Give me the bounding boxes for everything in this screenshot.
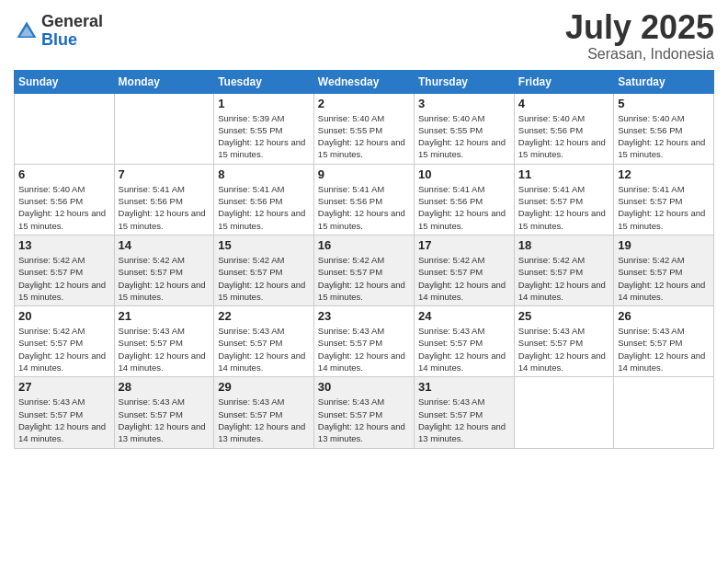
calendar-cell: 6Sunrise: 5:40 AMSunset: 5:56 PMDaylight…: [15, 164, 115, 235]
calendar-cell: 9Sunrise: 5:41 AMSunset: 5:56 PMDaylight…: [313, 164, 414, 235]
calendar-cell: [15, 93, 115, 164]
calendar-cell: 25Sunrise: 5:43 AMSunset: 5:57 PMDayligh…: [514, 306, 613, 377]
calendar-cell: 30Sunrise: 5:43 AMSunset: 5:57 PMDayligh…: [313, 377, 414, 448]
day-number: 13: [18, 238, 110, 252]
day-number: 15: [218, 238, 310, 252]
calendar-cell: 29Sunrise: 5:43 AMSunset: 5:57 PMDayligh…: [214, 377, 314, 448]
calendar-cell: 12Sunrise: 5:41 AMSunset: 5:57 PMDayligh…: [614, 164, 714, 235]
day-info: Sunrise: 5:43 AMSunset: 5:57 PMDaylight:…: [318, 325, 410, 373]
calendar-table: SundayMondayTuesdayWednesdayThursdayFrid…: [14, 70, 714, 449]
day-info: Sunrise: 5:43 AMSunset: 5:57 PMDaylight:…: [418, 396, 510, 444]
calendar-cell: 26Sunrise: 5:43 AMSunset: 5:57 PMDayligh…: [614, 306, 714, 377]
calendar-cell: 28Sunrise: 5:43 AMSunset: 5:57 PMDayligh…: [114, 377, 214, 448]
day-info: Sunrise: 5:41 AMSunset: 5:57 PMDaylight:…: [618, 183, 710, 232]
day-number: 4: [518, 97, 609, 110]
calendar-week-5: 27Sunrise: 5:43 AMSunset: 5:57 PMDayligh…: [15, 377, 714, 448]
title-block: July 2025 Serasan, Indonesia: [565, 9, 714, 63]
day-info: Sunrise: 5:41 AMSunset: 5:56 PMDaylight:…: [418, 183, 510, 232]
day-info: Sunrise: 5:39 AMSunset: 5:55 PMDaylight:…: [218, 112, 310, 161]
calendar-cell: 17Sunrise: 5:42 AMSunset: 5:57 PMDayligh…: [414, 235, 514, 305]
day-number: 9: [318, 167, 410, 181]
day-info: Sunrise: 5:40 AMSunset: 5:56 PMDaylight:…: [518, 112, 609, 161]
calendar-cell: [514, 377, 613, 448]
day-info: Sunrise: 5:42 AMSunset: 5:57 PMDaylight:…: [618, 254, 710, 303]
calendar-cell: 10Sunrise: 5:41 AMSunset: 5:56 PMDayligh…: [414, 164, 514, 235]
day-number: 31: [418, 380, 510, 394]
title-month: July 2025: [565, 9, 714, 46]
calendar-cell: 18Sunrise: 5:42 AMSunset: 5:57 PMDayligh…: [514, 235, 613, 305]
calendar-header-wednesday: Wednesday: [313, 70, 414, 93]
day-number: 16: [318, 238, 410, 252]
logo-general: General: [41, 13, 103, 31]
day-number: 14: [119, 238, 210, 252]
day-number: 25: [518, 309, 609, 323]
logo-icon: [14, 18, 40, 44]
calendar-cell: 3Sunrise: 5:40 AMSunset: 5:55 PMDaylight…: [414, 93, 514, 164]
day-number: 27: [18, 380, 110, 394]
day-number: 29: [218, 380, 310, 394]
calendar-cell: 15Sunrise: 5:42 AMSunset: 5:57 PMDayligh…: [214, 235, 314, 305]
day-number: 10: [418, 167, 510, 181]
calendar-cell: 20Sunrise: 5:42 AMSunset: 5:57 PMDayligh…: [15, 306, 115, 377]
calendar-cell: 31Sunrise: 5:43 AMSunset: 5:57 PMDayligh…: [414, 377, 514, 448]
day-info: Sunrise: 5:42 AMSunset: 5:57 PMDaylight:…: [18, 254, 110, 303]
day-number: 24: [418, 309, 510, 323]
header: General Blue July 2025 Serasan, Indonesi…: [14, 9, 714, 63]
day-number: 26: [618, 309, 710, 323]
calendar-header-thursday: Thursday: [414, 70, 514, 93]
logo: General Blue: [14, 13, 103, 50]
day-number: 17: [418, 238, 510, 252]
calendar-cell: 27Sunrise: 5:43 AMSunset: 5:57 PMDayligh…: [15, 377, 115, 448]
day-info: Sunrise: 5:43 AMSunset: 5:57 PMDaylight:…: [119, 325, 210, 373]
calendar-header-friday: Friday: [514, 70, 613, 93]
calendar-cell: 13Sunrise: 5:42 AMSunset: 5:57 PMDayligh…: [15, 235, 115, 305]
day-info: Sunrise: 5:43 AMSunset: 5:57 PMDaylight:…: [618, 325, 710, 373]
day-info: Sunrise: 5:42 AMSunset: 5:57 PMDaylight:…: [518, 254, 609, 303]
day-number: 12: [618, 167, 710, 181]
calendar-cell: 23Sunrise: 5:43 AMSunset: 5:57 PMDayligh…: [313, 306, 414, 377]
calendar-week-1: 1Sunrise: 5:39 AMSunset: 5:55 PMDaylight…: [15, 93, 714, 164]
calendar-header-saturday: Saturday: [614, 70, 714, 93]
day-info: Sunrise: 5:42 AMSunset: 5:57 PMDaylight:…: [318, 254, 410, 303]
day-info: Sunrise: 5:43 AMSunset: 5:57 PMDaylight:…: [318, 396, 410, 444]
calendar-header-tuesday: Tuesday: [214, 70, 314, 93]
day-info: Sunrise: 5:40 AMSunset: 5:56 PMDaylight:…: [18, 183, 110, 232]
calendar-week-4: 20Sunrise: 5:42 AMSunset: 5:57 PMDayligh…: [15, 306, 714, 377]
logo-text: General Blue: [41, 13, 103, 50]
day-number: 30: [318, 380, 410, 394]
day-info: Sunrise: 5:43 AMSunset: 5:57 PMDaylight:…: [518, 325, 609, 373]
day-info: Sunrise: 5:43 AMSunset: 5:57 PMDaylight:…: [119, 396, 210, 444]
day-number: 2: [318, 97, 410, 110]
day-number: 3: [418, 97, 510, 110]
day-info: Sunrise: 5:43 AMSunset: 5:57 PMDaylight:…: [418, 325, 510, 373]
day-info: Sunrise: 5:40 AMSunset: 5:55 PMDaylight:…: [318, 112, 410, 161]
calendar-week-2: 6Sunrise: 5:40 AMSunset: 5:56 PMDaylight…: [15, 164, 714, 235]
day-number: 22: [218, 309, 310, 323]
calendar-cell: 8Sunrise: 5:41 AMSunset: 5:56 PMDaylight…: [214, 164, 314, 235]
calendar-cell: 4Sunrise: 5:40 AMSunset: 5:56 PMDaylight…: [514, 93, 613, 164]
day-info: Sunrise: 5:42 AMSunset: 5:57 PMDaylight:…: [18, 325, 110, 373]
calendar-header-monday: Monday: [114, 70, 214, 93]
day-info: Sunrise: 5:42 AMSunset: 5:57 PMDaylight:…: [418, 254, 510, 303]
calendar-cell: 19Sunrise: 5:42 AMSunset: 5:57 PMDayligh…: [614, 235, 714, 305]
day-number: 28: [119, 380, 210, 394]
day-number: 1: [218, 97, 310, 110]
calendar-week-3: 13Sunrise: 5:42 AMSunset: 5:57 PMDayligh…: [15, 235, 714, 305]
calendar-cell: 11Sunrise: 5:41 AMSunset: 5:57 PMDayligh…: [514, 164, 613, 235]
day-number: 8: [218, 167, 310, 181]
day-number: 11: [518, 167, 609, 181]
day-number: 20: [18, 309, 110, 323]
day-info: Sunrise: 5:41 AMSunset: 5:56 PMDaylight:…: [318, 183, 410, 232]
day-number: 21: [119, 309, 210, 323]
calendar-cell: 14Sunrise: 5:42 AMSunset: 5:57 PMDayligh…: [114, 235, 214, 305]
day-info: Sunrise: 5:42 AMSunset: 5:57 PMDaylight:…: [119, 254, 210, 303]
calendar-header-row: SundayMondayTuesdayWednesdayThursdayFrid…: [15, 70, 714, 93]
day-info: Sunrise: 5:43 AMSunset: 5:57 PMDaylight:…: [218, 396, 310, 444]
day-info: Sunrise: 5:40 AMSunset: 5:55 PMDaylight:…: [418, 112, 510, 161]
calendar-header-sunday: Sunday: [15, 70, 115, 93]
calendar-cell: 5Sunrise: 5:40 AMSunset: 5:56 PMDaylight…: [614, 93, 714, 164]
day-number: 5: [618, 97, 710, 110]
day-info: Sunrise: 5:43 AMSunset: 5:57 PMDaylight:…: [218, 325, 310, 373]
day-info: Sunrise: 5:43 AMSunset: 5:57 PMDaylight:…: [18, 396, 110, 444]
calendar-cell: 21Sunrise: 5:43 AMSunset: 5:57 PMDayligh…: [114, 306, 214, 377]
